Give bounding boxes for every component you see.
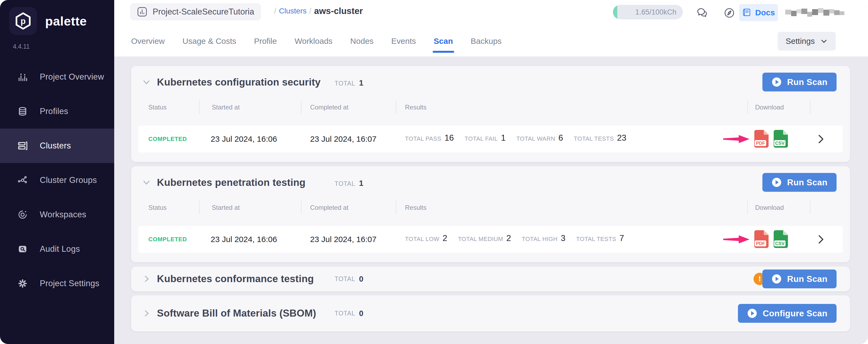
run-scan-button[interactable]: Run Scan: [763, 73, 837, 91]
tab-overview[interactable]: Overview: [131, 36, 165, 47]
result-label: TOTAL HIGH: [522, 236, 558, 242]
topbar: Project-ScaleSecureTutoria / Clusters / …: [114, 0, 868, 56]
sidebar-item-project-overview[interactable]: Project Overview: [0, 60, 114, 94]
sidebar-item-cluster-groups[interactable]: Cluster Groups: [0, 163, 114, 197]
breadcrumb-cluster-name: aws-cluster: [314, 6, 363, 16]
expand-caret-icon[interactable]: [143, 309, 151, 317]
configure-scan-label: Configure Scan: [763, 309, 828, 318]
run-scan-button[interactable]: Run Scan: [763, 173, 837, 192]
row-chevron-right-icon[interactable]: [816, 134, 826, 144]
total-label: TOTAL: [335, 80, 355, 87]
cluster-tabs: Overview Usage & Costs Profile Workloads…: [114, 27, 868, 56]
total-value: 0: [359, 309, 363, 318]
docs-button[interactable]: Docs: [739, 4, 778, 21]
settings-label: Settings: [786, 36, 815, 46]
column-divider: [301, 201, 302, 214]
panel-conformance-testing: Kubernetes conformance testing TOTAL 0 !…: [131, 266, 850, 291]
panel-title: Kubernetes penetration testing: [157, 177, 306, 188]
sidebar-item-label: Project Overview: [40, 72, 104, 82]
download-pdf-icon[interactable]: PDF: [754, 230, 770, 248]
completed-at-value: 23 Jul 2024, 16:07: [310, 135, 376, 144]
col-header-download: Download: [755, 204, 784, 211]
total-count: TOTAL 1: [335, 179, 363, 188]
sidebar-item-label: Clusters: [40, 141, 71, 151]
started-at-value: 23 Jul 2024, 16:06: [211, 135, 277, 144]
layers-icon: [17, 106, 29, 117]
redacted-user-info[interactable]: [785, 7, 844, 19]
col-header-started: Started at: [212, 104, 240, 111]
svg-text:PDF: PDF: [756, 141, 765, 146]
col-header-status: Status: [148, 104, 166, 111]
sidebar-item-workspaces[interactable]: Workspaces: [0, 197, 114, 232]
expand-caret-icon[interactable]: [143, 275, 151, 283]
total-label: TOTAL: [335, 180, 355, 188]
svg-text:CSV: CSV: [775, 141, 785, 146]
result-label: TOTAL PASS: [405, 135, 441, 142]
network-icon: [17, 174, 29, 186]
breadcrumb-project-chip[interactable]: Project-ScaleSecureTutoria: [130, 3, 261, 20]
result-value: 3: [561, 233, 565, 243]
tab-scan[interactable]: Scan: [434, 36, 453, 47]
total-label: TOTAL: [335, 276, 355, 283]
annotation-arrow-icon: [723, 134, 750, 144]
brand-logo: p palette: [9, 7, 87, 35]
compass-icon[interactable]: [723, 6, 736, 19]
book-icon: [742, 8, 751, 17]
sidebar-item-profiles[interactable]: Profiles: [0, 94, 114, 128]
started-at-value: 23 Jul 2024, 16:06: [211, 235, 277, 244]
row-chevron-right-icon[interactable]: [816, 234, 826, 244]
breadcrumb-clusters-link[interactable]: Clusters: [279, 7, 307, 15]
panel-title: Kubernetes configuration security: [157, 77, 320, 88]
sidebar-item-label: Cluster Groups: [40, 175, 97, 185]
run-scan-label: Run Scan: [787, 77, 828, 87]
total-count: TOTAL 1: [335, 79, 363, 87]
result-value: 23: [617, 133, 626, 143]
tab-backups[interactable]: Backups: [471, 36, 502, 47]
column-divider: [199, 201, 200, 214]
panel-sbom: Software Bill of Materials (SBOM) TOTAL …: [131, 295, 850, 332]
settings-button[interactable]: Settings: [778, 32, 836, 51]
sidebar-nav: Project Overview Profiles: [0, 60, 114, 301]
download-csv-icon[interactable]: CSV: [773, 230, 789, 248]
completed-at-value: 23 Jul 2024, 16:07: [310, 235, 376, 244]
tab-profile[interactable]: Profile: [254, 36, 277, 47]
panel-penetration-testing: Kubernetes penetration testing TOTAL 1 R…: [131, 166, 850, 262]
collapse-caret-icon[interactable]: [143, 179, 151, 187]
download-csv-icon[interactable]: CSV: [773, 130, 789, 148]
orbit-icon: [17, 209, 29, 221]
bar-chart-icon: [17, 71, 29, 83]
total-value: 1: [359, 179, 363, 188]
col-header-started: Started at: [212, 204, 240, 211]
sidebar-item-audit-logs[interactable]: Audit Logs: [0, 232, 114, 266]
chat-icon[interactable]: [696, 6, 709, 19]
configure-scan-button[interactable]: Configure Scan: [738, 304, 837, 323]
usage-meter[interactable]: 1.65/100kCh: [613, 5, 683, 19]
column-divider: [199, 100, 200, 114]
result-label: TOTAL FAIL: [465, 135, 498, 142]
tab-events[interactable]: Events: [391, 36, 416, 47]
col-header-status: Status: [148, 204, 166, 211]
download-pdf-icon[interactable]: PDF: [754, 130, 770, 148]
result-label: TOTAL MEDIUM: [458, 236, 503, 242]
svg-text:CSV: CSV: [775, 241, 785, 246]
sidebar-item-clusters[interactable]: Clusters: [0, 128, 114, 163]
project-chart-icon: [137, 7, 147, 17]
sidebar-item-project-settings[interactable]: Project Settings: [0, 266, 114, 301]
column-divider: [396, 100, 396, 114]
tab-workloads[interactable]: Workloads: [294, 36, 333, 47]
panel-title: Software Bill of Materials (SBOM): [157, 308, 316, 319]
col-header-results: Results: [405, 104, 427, 111]
result-label: TOTAL TESTS: [574, 135, 614, 142]
tab-usage-costs[interactable]: Usage & Costs: [183, 36, 236, 47]
col-header-completed: Completed at: [310, 104, 348, 111]
column-divider: [747, 100, 748, 114]
result-value: 6: [558, 133, 563, 143]
collapse-caret-icon[interactable]: [143, 78, 151, 86]
app-version: 4.4.11: [13, 43, 30, 50]
tab-nodes[interactable]: Nodes: [350, 36, 374, 47]
breadcrumb-project-name: Project-ScaleSecureTutoria: [153, 7, 254, 17]
results-summary: TOTAL LOW2 TOTAL MEDIUM2 TOTAL HIGH3 TOT…: [405, 233, 624, 243]
run-scan-button[interactable]: Run Scan: [763, 269, 837, 288]
breadcrumb-separator: /: [274, 7, 276, 16]
annotation-arrow-icon: [723, 234, 750, 245]
